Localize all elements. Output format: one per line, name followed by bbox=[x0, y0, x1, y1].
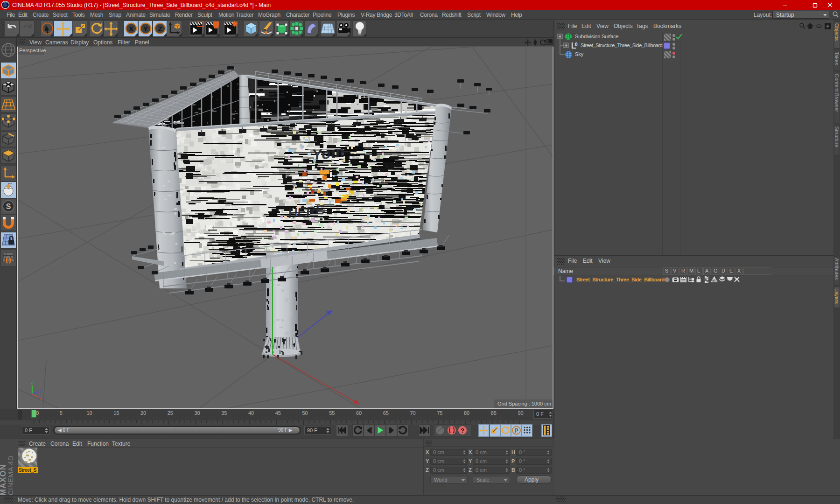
svg-text:P: P bbox=[514, 427, 518, 434]
svg-text:X: X bbox=[129, 25, 133, 33]
svg-text:0: 0 bbox=[575, 42, 578, 47]
svg-text:Perspective: Perspective bbox=[19, 48, 46, 53]
svg-text:Grid Spacing : 1000 cm: Grid Spacing : 1000 cm bbox=[497, 401, 551, 406]
svg-text:Z: Z bbox=[158, 25, 162, 33]
svg-text:Y: Y bbox=[143, 25, 148, 33]
svg-text:X: X bbox=[39, 397, 42, 401]
svg-text:Y: Y bbox=[30, 381, 33, 385]
svg-text:Z: Z bbox=[39, 389, 42, 394]
svg-text:?: ? bbox=[461, 427, 464, 434]
svg-text:Your: Your bbox=[311, 143, 347, 163]
svg-text:S: S bbox=[6, 203, 11, 210]
